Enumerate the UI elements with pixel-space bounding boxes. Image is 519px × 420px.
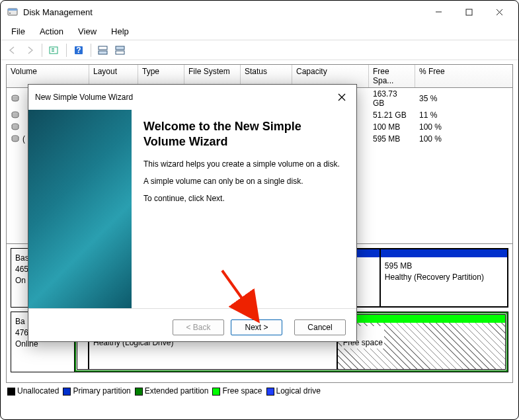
stripe-free	[338, 315, 505, 323]
wizard-titlebar: New Simple Volume Wizard	[28, 85, 356, 110]
svg-rect-9	[52, 50, 54, 50]
svg-rect-4	[466, 9, 472, 15]
swatch-logical	[266, 388, 274, 396]
swatch-extended	[135, 388, 143, 396]
volume-icon	[11, 110, 20, 120]
wizard-close-button[interactable]	[333, 89, 351, 106]
partition-recovery[interactable]: 595 MB Healthy (Recovery Partition)	[380, 249, 508, 307]
app-icon	[7, 7, 18, 17]
wizard-title: New Simple Volume Wizard	[35, 93, 333, 102]
partition-free[interactable]: Free space	[337, 314, 506, 370]
svg-rect-1	[8, 9, 17, 11]
svg-rect-10	[52, 51, 54, 52]
settings-top-icon[interactable]	[95, 42, 111, 58]
minimize-button[interactable]	[423, 2, 454, 22]
col-pctfree[interactable]: % Free	[415, 65, 455, 87]
wizard-heading: Welcome to the New Simple Volume Wizard	[143, 119, 344, 150]
volume-icon	[11, 122, 20, 132]
svg-rect-15	[116, 46, 124, 50]
settings-bottom-icon[interactable]	[112, 42, 128, 58]
maximize-button[interactable]	[454, 2, 484, 22]
menu-file[interactable]: File	[5, 24, 32, 38]
svg-rect-13	[99, 46, 107, 50]
wizard-para-1: This wizard helps you create a simple vo…	[143, 159, 344, 169]
wizard-sidebar-image	[28, 110, 132, 308]
stripe-primary	[381, 249, 507, 257]
menubar: File Action View Help	[1, 23, 518, 40]
cancel-button[interactable]: Cancel	[294, 319, 346, 335]
wizard-para-3: To continue, click Next.	[143, 194, 344, 203]
help-icon[interactable]: ?	[71, 42, 87, 58]
wizard-button-row: < Back Next > Cancel	[28, 308, 356, 335]
back-icon	[5, 42, 20, 58]
back-button: < Back	[173, 319, 224, 335]
next-button[interactable]: Next >	[231, 319, 282, 335]
refresh-icon[interactable]	[46, 42, 62, 58]
wizard-dialog: New Simple Volume Wizard Welcome to the …	[28, 84, 357, 342]
volume-icon	[11, 134, 20, 144]
menu-action[interactable]: Action	[33, 24, 70, 38]
forward-icon	[22, 42, 38, 58]
wizard-body: Welcome to the New Simple Volume Wizard …	[132, 110, 356, 308]
toolbar: ?	[1, 40, 518, 60]
swatch-primary	[63, 388, 71, 396]
swatch-free	[212, 388, 220, 396]
wizard-para-2: A simple volume can only be on a single …	[143, 177, 344, 186]
toolbar-divider	[66, 44, 67, 57]
menu-view[interactable]: View	[71, 24, 103, 38]
legend: Unallocated Primary partition Extended p…	[1, 383, 518, 401]
swatch-unallocated	[7, 388, 15, 396]
toolbar-divider	[91, 44, 91, 57]
window-titlebar: Disk Management	[1, 1, 518, 23]
svg-rect-16	[116, 51, 124, 54]
menu-help[interactable]: Help	[104, 24, 136, 38]
toolbar-divider	[42, 44, 42, 57]
col-freespace[interactable]: Free Spa...	[369, 65, 415, 87]
svg-text:?: ?	[76, 46, 81, 55]
close-button[interactable]	[484, 2, 514, 22]
volume-icon	[11, 94, 20, 103]
svg-rect-8	[52, 48, 54, 49]
svg-rect-14	[99, 51, 107, 54]
svg-point-2	[9, 13, 11, 14]
window-title: Disk Management	[23, 7, 423, 17]
